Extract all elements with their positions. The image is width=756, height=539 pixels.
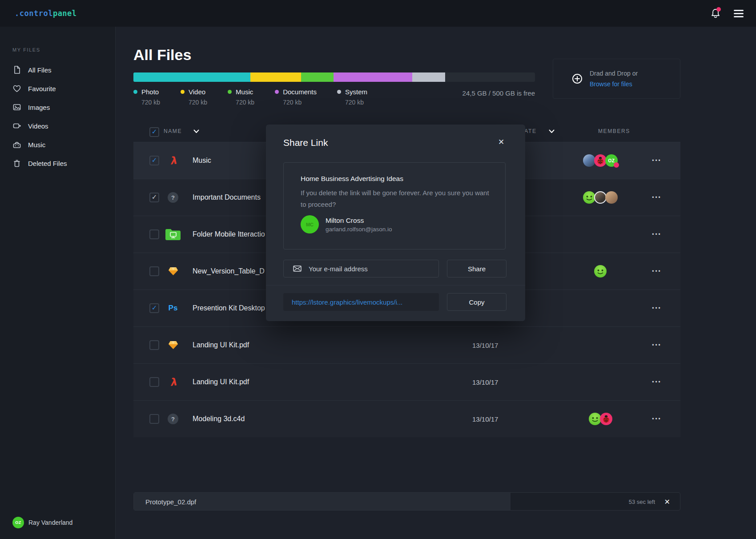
row-actions-button[interactable]: ••• xyxy=(647,416,667,422)
row-checkbox[interactable] xyxy=(149,229,159,239)
storage-segment-photo xyxy=(133,72,250,82)
legend-size: 720 kb xyxy=(236,99,254,106)
row-actions-button[interactable]: ••• xyxy=(647,342,667,348)
user-name: Ray Vanderland xyxy=(28,519,72,526)
file-name: Folder Mobile Itteractio xyxy=(193,230,265,238)
notifications-button[interactable] xyxy=(711,8,720,19)
table-row[interactable]: λLanding UI Kit.pdf13/10/17••• xyxy=(133,363,680,400)
file-name: Music xyxy=(193,157,211,165)
sketch-file-icon xyxy=(165,263,181,280)
upload-progress-bar: Prototype_02.dpf 53 sec left ✕ xyxy=(133,492,680,511)
row-actions-button[interactable]: ••• xyxy=(647,268,667,274)
date-sort-chevron-icon[interactable] xyxy=(549,129,555,133)
copy-button[interactable]: Copy xyxy=(447,293,507,311)
pdf-file-icon: λ xyxy=(165,374,181,390)
member-avatar-photo-tan xyxy=(605,191,618,204)
row-actions-button[interactable]: ••• xyxy=(647,305,667,311)
storage-segment-system xyxy=(412,72,445,82)
dropzone-text: Drad and Drop or xyxy=(590,70,638,77)
file-name: New_Version_Table_D xyxy=(193,267,265,275)
storage-segment-video xyxy=(250,72,302,82)
image-icon xyxy=(12,103,21,112)
upload-filename: Prototype_02.dpf xyxy=(145,498,196,505)
row-checkbox[interactable]: ✓ xyxy=(149,303,159,313)
legend-size: 720 kb xyxy=(189,99,207,106)
row-checkbox[interactable] xyxy=(149,377,159,387)
share-url-box: https://lstore.graphics/livemockups/i... xyxy=(283,293,439,311)
folder-file-icon xyxy=(165,226,181,243)
music-icon xyxy=(12,140,21,149)
member-avatar-oz: OZ xyxy=(605,154,618,167)
logo-part-2: panel xyxy=(53,9,77,18)
file-date: 13/10/17 xyxy=(472,415,498,423)
row-checkbox[interactable] xyxy=(149,266,159,276)
column-header-members: MEMBERS xyxy=(598,128,630,134)
upload-cancel-button[interactable]: ✕ xyxy=(664,497,670,506)
shared-with-user: MC Milton Cross garland.rolfson@jason.io xyxy=(301,215,392,233)
member-avatar-photo-blue xyxy=(583,154,595,167)
share-url[interactable]: https://lstore.graphics/livemockups/i... xyxy=(292,298,402,306)
sidebar-item-music[interactable]: Music xyxy=(0,135,115,154)
avatar-badge xyxy=(614,162,619,168)
row-members xyxy=(565,265,636,278)
notification-dot xyxy=(716,7,721,12)
name-sort-chevron-icon[interactable] xyxy=(193,129,199,133)
share-button[interactable]: Share xyxy=(447,260,507,278)
current-user[interactable]: OZ Ray Vanderland xyxy=(12,517,72,528)
row-actions-button[interactable]: ••• xyxy=(647,231,667,237)
file-name: Modeling 3d.c4d xyxy=(193,415,245,423)
user-avatar: OZ xyxy=(12,517,24,528)
upload-time-left: 53 sec left xyxy=(629,498,655,505)
sidebar-item-label: Videos xyxy=(28,122,48,130)
sidebar: MY FILES All Files Favourite Images Vide… xyxy=(0,27,116,539)
member-avatar-frog xyxy=(589,413,601,425)
shared-user-email: garland.rolfson@jason.io xyxy=(326,226,392,233)
delete-warning-text: If you delete the link will be gone fore… xyxy=(301,187,493,210)
table-row[interactable]: Landing UI Kit.pdf13/10/17••• xyxy=(133,326,680,363)
table-row[interactable]: ?Modeling 3d.c4d13/10/17••• xyxy=(133,400,680,437)
row-members: OZ xyxy=(565,154,636,167)
row-actions-button[interactable]: ••• xyxy=(647,194,667,201)
file-date: 13/10/17 xyxy=(472,342,498,349)
sidebar-nav: All Files Favourite Images Videos Music … xyxy=(0,60,115,173)
sidebar-item-favourite[interactable]: Favourite xyxy=(0,79,115,98)
sidebar-item-videos[interactable]: Videos xyxy=(0,117,115,135)
shared-file-info-box: Home Business Advertising Ideas If you d… xyxy=(283,162,506,249)
ps-file-icon: Ps xyxy=(165,300,181,317)
row-checkbox[interactable]: ✓ xyxy=(149,156,159,165)
email-input[interactable] xyxy=(308,265,438,273)
heart-icon xyxy=(12,84,21,93)
member-avatar-frog xyxy=(583,191,595,204)
sidebar-item-deleted-files[interactable]: Deleted Files xyxy=(0,154,115,173)
sidebar-item-all-files[interactable]: All Files xyxy=(0,60,115,79)
file-name: Important Documents xyxy=(193,193,261,201)
user-avatar: MC xyxy=(301,215,319,233)
sidebar-item-label: Images xyxy=(28,104,50,111)
row-checkbox[interactable] xyxy=(149,340,159,350)
sidebar-item-label: All Files xyxy=(28,66,52,74)
storage-free-label: 24,5 GB / 500 GB is free xyxy=(133,89,535,97)
legend-size: 720 kb xyxy=(141,99,160,106)
modal-close-button[interactable]: ✕ xyxy=(496,137,507,146)
row-checkbox[interactable]: ✓ xyxy=(149,193,159,202)
browse-for-files-link[interactable]: Browse for files xyxy=(590,80,632,88)
storage-segment-documents xyxy=(334,72,412,82)
select-all-checkbox[interactable]: ✓ xyxy=(149,127,159,137)
file-name: Landing UI Kit.pdf xyxy=(193,341,249,349)
sidebar-item-label: Favourite xyxy=(28,85,56,93)
row-checkbox[interactable] xyxy=(149,414,159,424)
modal-divider xyxy=(266,285,525,286)
sidebar-item-images[interactable]: Images xyxy=(0,98,115,117)
share-link-modal: Share Link ✕ Home Business Advertising I… xyxy=(266,125,525,321)
video-icon xyxy=(12,121,21,130)
sidebar-section-label: MY FILES xyxy=(12,47,115,52)
file-name: Landing UI Kit.pdf xyxy=(193,378,249,386)
sketch-file-icon xyxy=(165,337,181,354)
column-header-name: NAME xyxy=(164,128,182,134)
row-actions-button[interactable]: ••• xyxy=(647,157,667,164)
menu-button[interactable] xyxy=(734,10,744,17)
file-name: Presention Kit Desktop xyxy=(193,304,265,312)
file-dropzone[interactable]: Drad and Drop or Browse for files xyxy=(553,59,680,99)
row-actions-button[interactable]: ••• xyxy=(647,379,667,385)
shared-user-name: Milton Cross xyxy=(326,217,392,225)
